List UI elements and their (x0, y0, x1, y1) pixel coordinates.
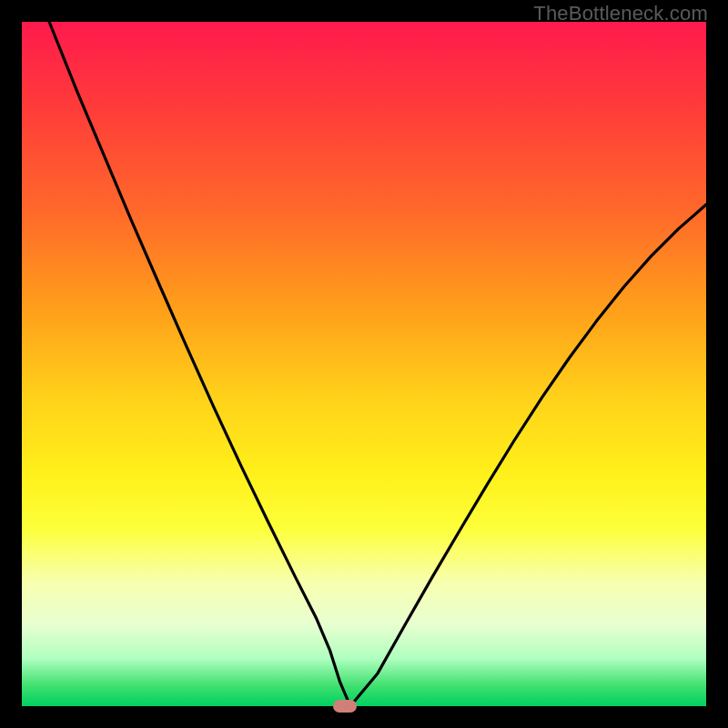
curve-path (49, 22, 706, 706)
optimal-marker (333, 700, 357, 713)
plot-area (22, 22, 706, 706)
chart-frame: TheBottleneck.com (0, 0, 728, 728)
watermark-text: TheBottleneck.com (533, 2, 708, 25)
bottleneck-curve (22, 22, 706, 706)
